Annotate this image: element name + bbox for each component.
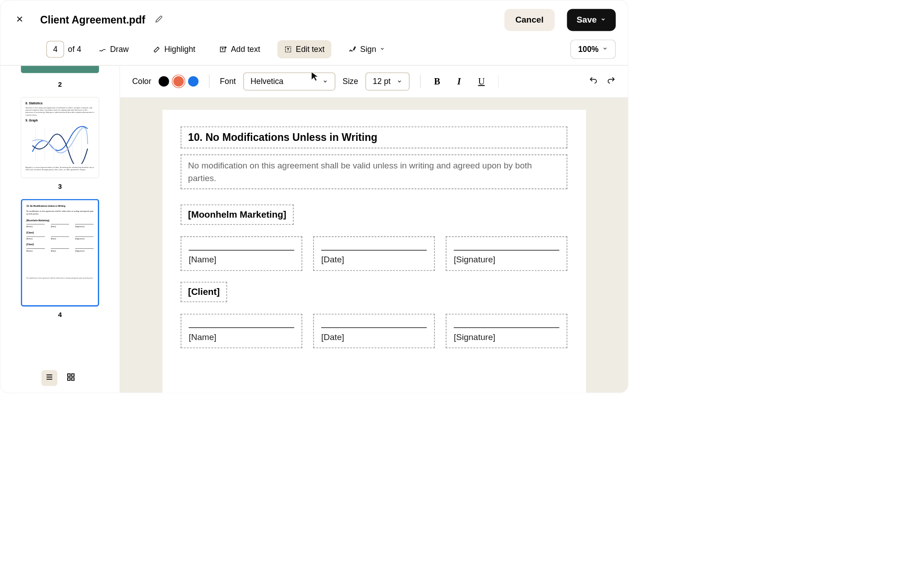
bold-button[interactable]: B [431,75,443,89]
sign-button[interactable]: Sign [342,40,392,58]
party1-block[interactable]: [Moonhelm Marketing] [181,205,294,225]
close-icon[interactable] [13,11,27,28]
thumb-num-3: 3 [58,182,62,191]
heading-block[interactable]: 10. No Modifications Unless in Writing [181,126,568,148]
color-swatch-blue[interactable] [188,76,199,87]
zoom-dropdown[interactable]: 100% [570,40,616,59]
page-total: of 4 [68,45,81,54]
cancel-button[interactable]: Cancel [504,9,554,31]
chevron-down-icon [322,77,328,86]
highlight-button[interactable]: Highlight [146,40,202,58]
thumb-num-2: 2 [58,80,62,89]
edit-text-button[interactable]: Edit text [277,40,332,58]
date-field[interactable]: [Date] [313,314,434,348]
edit-text-icon [284,45,292,53]
draw-button[interactable]: Draw [92,40,135,58]
font-dropdown[interactable]: Helvetica [243,72,335,90]
document-title: Client Agreement.pdf [40,14,145,26]
chevron-down-icon [601,16,606,23]
view-toggle [41,363,79,392]
document-page: 10. No Modifications Unless in Writing N… [162,110,586,392]
color-label: Color [132,77,151,86]
pencil-icon[interactable] [155,15,162,24]
name-field[interactable]: [Name] [181,314,302,348]
size-dropdown[interactable]: 12 pt [365,72,410,90]
svg-rect-9 [71,374,74,377]
add-text-icon [219,45,227,53]
save-button[interactable]: Save [567,9,615,31]
highlight-icon [152,45,161,53]
editor: Color Font Helvetica Size 12 pt [120,65,628,393]
thumbnail-page-2[interactable] [21,65,99,73]
current-page-input[interactable]: 4 [46,41,65,57]
signature-field[interactable]: [Signature] [446,237,567,271]
redo-button[interactable] [606,76,615,87]
header: Client Agreement.pdf Cancel Save [0,0,628,40]
name-field[interactable]: [Name] [181,237,302,271]
thumbnail-page-4[interactable]: 10. No Modifications Unless in Writing N… [21,199,99,307]
body-block[interactable]: No modification on this agreement shall … [181,154,568,189]
svg-rect-10 [68,378,70,380]
thumb-num-4: 4 [58,311,62,319]
color-swatch-orange[interactable] [173,76,184,87]
toolbar: 4 of 4 Draw Highlight Add text Edit te [0,40,628,65]
draw-icon [98,45,106,53]
svg-rect-11 [71,378,74,380]
underline-button[interactable]: U [475,75,488,89]
add-text-button[interactable]: Add text [213,40,267,58]
canvas[interactable]: 10. No Modifications Unless in Writing N… [120,98,628,392]
chevron-down-icon [602,46,608,53]
sign-icon [349,45,357,53]
size-label: Size [342,77,358,86]
sidebar: 2 8. Statistics Statistics is the study … [0,65,120,393]
svg-rect-8 [68,374,70,377]
date-field[interactable]: [Date] [313,237,434,271]
grid-icon [66,373,75,383]
chevron-down-icon [380,46,385,53]
party2-block[interactable]: [Client] [181,282,227,302]
thumb-chart [25,124,94,164]
signature-field[interactable]: [Signature] [446,314,567,348]
undo-button[interactable] [589,76,598,87]
list-view-button[interactable] [41,370,57,386]
chevron-down-icon [397,77,402,86]
thumbnail-page-3[interactable]: 8. Statistics Statistics is the study an… [21,97,99,178]
list-icon [45,373,54,383]
font-label: Font [220,77,236,86]
grid-view-button[interactable] [63,370,79,386]
save-label: Save [577,15,596,25]
italic-button[interactable]: I [454,75,464,89]
color-swatch-black[interactable] [159,76,169,87]
page-indicator: 4 of 4 [46,41,81,57]
format-bar: Color Font Helvetica Size 12 pt [120,65,628,97]
